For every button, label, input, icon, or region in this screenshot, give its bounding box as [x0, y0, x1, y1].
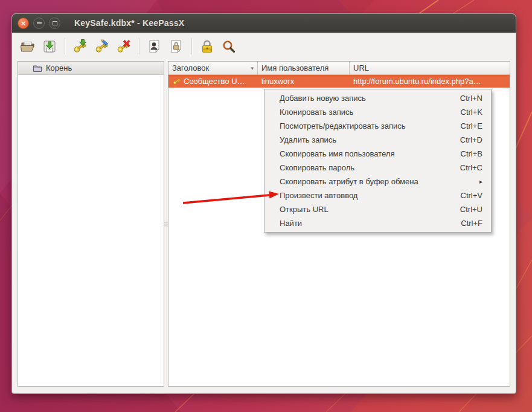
- key-icon: [172, 77, 181, 86]
- lock-workspace-button[interactable]: [197, 37, 217, 56]
- search-button[interactable]: [219, 37, 239, 56]
- group-tree-panel: Корень: [18, 61, 164, 387]
- shortcut-label: Ctrl+K: [461, 108, 482, 117]
- entry-username: linuxworx: [258, 77, 350, 86]
- view-edit-entry-button[interactable]: [92, 37, 112, 56]
- context-menu-item[interactable]: Найти Ctrl+F ▸: [264, 216, 491, 230]
- toolbar-separator: [65, 38, 65, 54]
- submenu-arrow-icon: ▸: [479, 179, 482, 185]
- copy-username-button[interactable]: [145, 37, 164, 56]
- toolbar: [12, 33, 516, 60]
- column-header-url[interactable]: URL: [350, 62, 510, 74]
- lock-workspace-icon: [199, 39, 215, 54]
- toolbar-separator: [191, 38, 192, 54]
- folder-icon: [33, 63, 42, 73]
- open-database-button[interactable]: [18, 37, 37, 56]
- context-menu-item[interactable]: Скопировать пароль Ctrl+C ▸: [264, 161, 491, 175]
- column-header-title[interactable]: Заголовок ▾: [168, 62, 258, 74]
- context-menu-item[interactable]: Скопировать имя пользователя Ctrl+B ▸: [264, 147, 491, 161]
- shortcut-label: Ctrl+F: [461, 219, 482, 228]
- maximize-button[interactable]: [49, 18, 60, 29]
- entry-url: http://forum.ubuntu.ru/index.php?a…: [350, 77, 510, 86]
- shortcut-label: Ctrl+E: [461, 121, 482, 130]
- table-header: Заголовок ▾ Имя пользователя URL: [168, 62, 510, 75]
- maximize-icon: [53, 21, 57, 25]
- context-menu-item[interactable]: Удалить запись Ctrl+D ▸: [264, 133, 491, 147]
- shortcut-label: Ctrl+N: [460, 94, 482, 103]
- copy-username-icon: [147, 39, 162, 54]
- context-menu-item[interactable]: Открыть URL Ctrl+U ▸: [264, 202, 491, 216]
- group-label: Корень: [46, 63, 72, 72]
- copy-password-button[interactable]: [167, 37, 186, 56]
- shortcut-label: Ctrl+B: [461, 149, 482, 158]
- entry-row-selected[interactable]: Сообщество U… linuxworx http://forum.ubu…: [168, 75, 510, 88]
- minimize-icon: [37, 22, 42, 24]
- context-menu-item[interactable]: Клонировать запись Ctrl+K ▸: [264, 105, 491, 119]
- copy-password-icon: [168, 39, 184, 54]
- shortcut-label: Ctrl+D: [460, 135, 482, 144]
- shortcut-label: Ctrl+U: [460, 205, 482, 214]
- sidebar-item-root-group[interactable]: Корень: [18, 62, 164, 75]
- add-new-entry-button[interactable]: [71, 37, 90, 56]
- save-database-button[interactable]: [40, 37, 59, 56]
- shortcut-label: Ctrl+C: [460, 163, 482, 172]
- edit-entry-icon: [94, 39, 110, 54]
- entry-context-menu: Добавить новую запись Ctrl+N ▸ Клонирова…: [264, 89, 492, 233]
- save-database-icon: [42, 39, 57, 54]
- minimize-button[interactable]: [33, 18, 45, 29]
- context-menu-item[interactable]: Добавить новую запись Ctrl+N ▸: [264, 91, 491, 105]
- toolbar-separator: [139, 38, 139, 54]
- search-icon: [221, 39, 237, 54]
- add-entry-icon: [72, 39, 88, 54]
- context-menu-item[interactable]: Посмотреть/редактировать запись Ctrl+E ▸: [264, 119, 491, 133]
- delete-entry-button[interactable]: [114, 37, 133, 56]
- context-menu-item[interactable]: Скопировать атрибут в буфер обмена ▸: [264, 175, 491, 188]
- shortcut-label: Ctrl+V: [461, 191, 482, 200]
- titlebar[interactable]: × KeySafe.kdbx* - KeePassX: [12, 14, 516, 33]
- column-header-username[interactable]: Имя пользователя: [258, 62, 350, 74]
- sort-indicator-icon[interactable]: ▾: [251, 65, 254, 71]
- context-menu-item[interactable]: Произвести автоввод Ctrl+V ▸: [264, 188, 491, 202]
- open-database-icon: [20, 39, 36, 54]
- window-title: KeySafe.kdbx* - KeePassX: [74, 18, 184, 28]
- close-button[interactable]: ×: [18, 18, 29, 29]
- delete-entry-icon: [116, 39, 132, 54]
- entry-title: Сообщество U…: [184, 77, 245, 86]
